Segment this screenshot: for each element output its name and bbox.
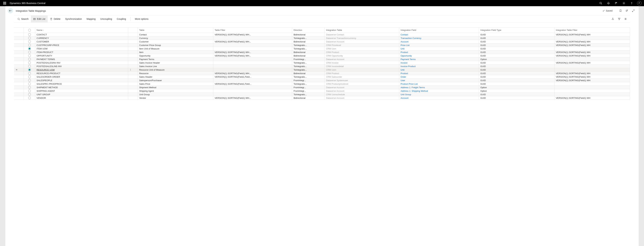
table-row[interactable]: UNIT GROUPUnit GroupToIntegratio...CRM U… <box>14 93 630 96</box>
col-integration-field[interactable]: Integration Field <box>399 28 479 33</box>
row-name[interactable]: SALESORDER-ORDER <box>35 75 128 79</box>
row-integration-field[interactable]: Unit <box>399 68 479 72</box>
row-menu[interactable] <box>128 82 138 86</box>
uncoupling-action[interactable]: Uncoupling <box>98 16 114 22</box>
row-direction[interactable]: FromIntegr... <box>292 86 325 89</box>
row-select[interactable] <box>24 47 35 50</box>
row-select[interactable] <box>24 44 35 47</box>
col-integration-table-filter[interactable]: Integration Table Filter <box>554 28 630 33</box>
row-table-filter[interactable] <box>213 89 292 93</box>
row-menu[interactable] <box>128 72 138 75</box>
row-menu[interactable] <box>128 96 138 100</box>
row-name[interactable]: CUSTOMER <box>35 40 128 44</box>
col-integration-field-type[interactable]: Integration Field Type <box>479 28 554 33</box>
row-integration-table-filter[interactable] <box>554 82 630 86</box>
row-name[interactable]: OPPORTUNITY <box>35 54 128 58</box>
mapping-action[interactable]: Mapping <box>84 16 98 22</box>
table-row[interactable]: SHIPMENT METHODShipment MethodFromIntegr… <box>14 86 630 89</box>
row-direction[interactable]: ToIntegratio... <box>292 47 325 50</box>
row-select[interactable] <box>24 40 35 44</box>
row-menu[interactable] <box>128 33 138 36</box>
row-integration-field[interactable]: User <box>399 79 479 82</box>
row-integration-table-filter[interactable]: VERSION(1) SORTING(Field1) WH <box>554 50 630 54</box>
row-name[interactable]: ITEM UOM <box>35 47 128 50</box>
row-integration-field[interactable]: Contact <box>399 33 479 36</box>
row-select[interactable] <box>24 68 35 72</box>
col-table-filter[interactable]: Table Filter <box>213 28 292 33</box>
row-name[interactable]: SHIPMENT METHOD <box>35 86 128 89</box>
row-integration-table-filter[interactable]: VERSION(1) SORTING(Field1) WH <box>554 72 630 75</box>
table-row[interactable]: SHIPPING AGENTShipping AgentFromIntegr..… <box>14 89 630 93</box>
row-menu[interactable] <box>128 47 138 50</box>
row-menu[interactable] <box>128 93 138 96</box>
row-integration-field[interactable]: Product <box>399 72 479 75</box>
row-integration-field[interactable]: Transaction Currency <box>399 36 479 40</box>
row-select[interactable] <box>24 96 35 100</box>
table-row[interactable]: POSTEDSALESLINE-INVSales Invoice LineToI… <box>14 64 630 68</box>
row-table-filter[interactable] <box>213 86 292 89</box>
row-menu[interactable] <box>128 44 138 47</box>
row-name[interactable]: SALESPEOPLE <box>35 79 128 82</box>
row-integration-field[interactable]: Unit <box>399 47 479 50</box>
row-table-filter[interactable]: VERSION(1) SORTING(Field1,Field... <box>213 75 292 79</box>
row-integration-table-filter[interactable] <box>554 64 630 68</box>
row-integration-field[interactable]: Order <box>399 75 479 79</box>
row-table-filter[interactable]: VERSION(1) SORTING(Field1) WH... <box>213 96 292 100</box>
table-row[interactable]: SALESPEOPLESalesperson/PurchaserFromInte… <box>14 79 630 82</box>
row-integration-field[interactable]: Product Price List <box>399 82 479 86</box>
row-direction[interactable]: ToIntegratio... <box>292 93 325 96</box>
row-table-filter[interactable] <box>213 58 292 61</box>
row-menu[interactable] <box>128 40 138 44</box>
row-direction[interactable]: FromIntegr... <box>292 79 325 82</box>
row-integration-table-filter[interactable]: VERSION(1) SORTING(Field1) WH <box>554 40 630 44</box>
row-integration-table-filter[interactable]: VERSION(1) SORTING(Field1) WH <box>554 61 630 64</box>
row-integration-field[interactable]: Price List <box>399 44 479 47</box>
row-select[interactable] <box>24 64 35 68</box>
row-select[interactable] <box>24 72 35 75</box>
row-select[interactable] <box>24 58 35 61</box>
row-name[interactable]: ITEM-PRODUCT <box>35 50 128 54</box>
row-direction[interactable]: FromIntegr... <box>292 58 325 61</box>
table-row[interactable]: SALESORDER-ORDERSales HeaderVERSION(1) S… <box>14 75 630 79</box>
row-menu[interactable] <box>128 68 138 72</box>
row-direction[interactable]: FromIntegr... <box>292 89 325 93</box>
row-integration-field[interactable]: Address 1: Freight Terms <box>399 86 479 89</box>
row-integration-field[interactable]: Product <box>399 50 479 54</box>
row-select[interactable] <box>24 75 35 79</box>
row-direction[interactable]: Bidirectional <box>292 50 325 54</box>
row-direction[interactable]: ToIntegratio... <box>292 75 325 79</box>
row-name[interactable]: RESOURCE UOM <box>35 68 128 72</box>
row-select[interactable] <box>24 86 35 89</box>
row-table-filter[interactable]: VERSION(1) SORTING(Field1) WH... <box>213 54 292 58</box>
row-integration-table-filter[interactable] <box>554 89 630 93</box>
row-integration-field[interactable]: Payment Terms <box>399 58 479 61</box>
row-select[interactable] <box>24 93 35 96</box>
row-table-filter[interactable] <box>213 64 292 68</box>
row-integration-field[interactable]: Invoice Product <box>399 64 479 68</box>
row-integration-field[interactable]: Address 1: Shipping Method <box>399 89 479 93</box>
row-direction[interactable]: Bidirectional <box>292 33 325 36</box>
row-name[interactable]: VENDOR <box>35 96 128 100</box>
row-name[interactable]: PAYMENT TERMS <box>35 58 128 61</box>
row-table-filter[interactable] <box>213 79 292 82</box>
col-table[interactable]: Table <box>138 28 213 33</box>
row-integration-table-filter[interactable] <box>554 86 630 89</box>
row-integration-field[interactable]: Unit Group <box>399 93 479 96</box>
row-name[interactable]: CUSTPRCGRP-PRICE <box>35 44 128 47</box>
row-integration-table-filter[interactable] <box>554 58 630 61</box>
row-direction[interactable]: Bidirectional <box>292 40 325 44</box>
open-new-icon[interactable] <box>626 10 628 12</box>
list-icon[interactable] <box>624 18 627 20</box>
row-table-filter[interactable]: VERSION(1) SORTING(Field1) WH... <box>213 72 292 75</box>
help-icon[interactable] <box>629 0 634 6</box>
row-name[interactable]: SHIPPING AGENT <box>35 89 128 93</box>
row-integration-field[interactable]: Account <box>399 40 479 44</box>
table-row[interactable]: OPPORTUNITYOpportunityVERSION(1) SORTING… <box>14 54 630 58</box>
search-icon[interactable] <box>598 0 604 6</box>
row-integration-table-filter[interactable]: VERSION(1) SORTING(Field1) WH <box>554 33 630 36</box>
row-direction[interactable]: ToIntegratio... <box>292 44 325 47</box>
row-direction[interactable]: ToIntegratio... <box>292 68 325 72</box>
row-table-filter[interactable]: VERSION(1) SORTING(Field1) WH... <box>213 50 292 54</box>
row-select[interactable] <box>24 36 35 40</box>
table-row[interactable]: ITEM-PRODUCTItemVERSION(1) SORTING(Field… <box>14 50 630 54</box>
